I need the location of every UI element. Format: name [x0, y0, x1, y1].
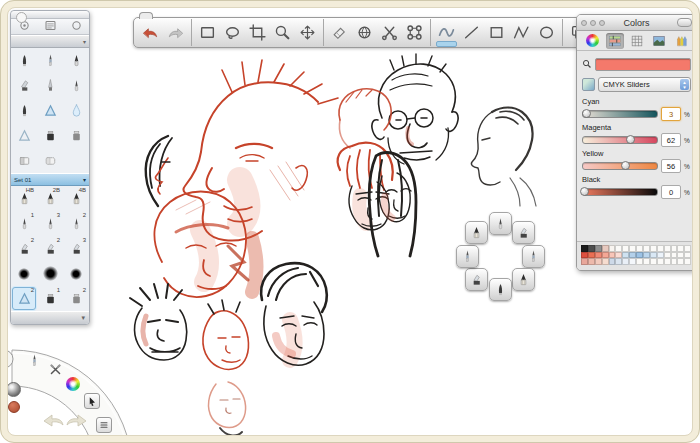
- brush-pen-fine[interactable]: [63, 73, 89, 98]
- close-button[interactable]: [581, 20, 587, 26]
- slider-track-yellow[interactable]: [582, 162, 658, 170]
- brush-pen-fine[interactable]: 3: [37, 211, 63, 236]
- color-swatch[interactable]: [636, 258, 643, 265]
- colors-titlebar[interactable]: Colors: [577, 15, 696, 31]
- color-swatch[interactable]: [595, 258, 602, 265]
- brush-marker-chisel[interactable]: 2: [11, 236, 37, 261]
- slider-track-magenta[interactable]: [582, 136, 658, 144]
- panel-handle[interactable]: [11, 11, 89, 19]
- color-ball-widget[interactable]: [6, 382, 21, 397]
- brush-pen-nib[interactable]: [11, 48, 37, 73]
- brush-pen-fine[interactable]: 1: [11, 211, 37, 236]
- brush-pencil[interactable]: HB: [11, 186, 37, 211]
- brush-triangle-fill[interactable]: 2: [11, 286, 37, 311]
- ring-brush-paintbrush[interactable]: [522, 245, 545, 268]
- brush-marker-dark[interactable]: [37, 123, 63, 148]
- slider-thumb[interactable]: [626, 135, 635, 144]
- colors-tab-crayons[interactable]: [672, 33, 690, 49]
- brush-pencil[interactable]: 2B: [37, 186, 63, 211]
- color-swatch[interactable]: [609, 258, 616, 265]
- brush-group-bar[interactable]: ▾: [11, 35, 89, 48]
- brush-marker-angle[interactable]: [11, 73, 37, 98]
- brush-triangle-outline[interactable]: [11, 123, 37, 148]
- ring-brush-pencil[interactable]: [512, 268, 535, 291]
- colors-tab-palettes[interactable]: [628, 33, 646, 49]
- slider-track-cyan[interactable]: [582, 110, 658, 118]
- curve-button[interactable]: [434, 20, 459, 45]
- lagoon-brush-x-icon[interactable]: [49, 363, 62, 376]
- color-swatch[interactable]: [664, 258, 671, 265]
- colors-tab-color-wheel[interactable]: [584, 33, 602, 49]
- panel-list-icon[interactable]: [44, 18, 57, 36]
- brush-pen[interactable]: [63, 48, 89, 73]
- lagoon-color-wheel-icon[interactable]: [66, 377, 80, 391]
- brush-pen-nib[interactable]: [11, 98, 37, 123]
- command-button[interactable]: [402, 20, 427, 45]
- slider-value-field[interactable]: 62: [661, 133, 681, 147]
- slider-value-field[interactable]: 0: [661, 185, 681, 199]
- brush-marker-chisel[interactable]: 2: [37, 236, 63, 261]
- zoom-button[interactable]: [599, 20, 605, 26]
- brush-pencil[interactable]: 4B: [63, 186, 89, 211]
- lagoon-brush-icon[interactable]: [27, 353, 42, 368]
- brush-marker-gray[interactable]: 2: [63, 286, 89, 311]
- distort-button[interactable]: [352, 20, 377, 45]
- circle-icon[interactable]: [70, 18, 83, 36]
- line-button[interactable]: [459, 20, 484, 45]
- toolbar-handle[interactable]: [139, 12, 153, 19]
- color-swatch[interactable]: [602, 258, 609, 265]
- brush-eraser-hard[interactable]: [11, 148, 37, 173]
- scissors-button[interactable]: [377, 20, 402, 45]
- panel-footer-bar[interactable]: ▾: [11, 311, 89, 324]
- color-swatch[interactable]: [643, 258, 650, 265]
- brush-soft-round[interactable]: [63, 261, 89, 286]
- slider-thumb[interactable]: [582, 109, 591, 118]
- brush-soft-round-lg[interactable]: [37, 261, 63, 286]
- brush-soft-round[interactable]: [11, 261, 37, 286]
- brush-eraser-soft[interactable]: [37, 148, 63, 173]
- color-swatch[interactable]: [588, 258, 595, 265]
- color-swatch[interactable]: [657, 258, 664, 265]
- ring-brush-marker-chisel[interactable]: [512, 221, 535, 244]
- slider-thumb[interactable]: [580, 187, 589, 196]
- colors-tab-sliders[interactable]: [606, 33, 624, 49]
- color-swatch[interactable]: [650, 258, 657, 265]
- redo-arrow-button[interactable]: [163, 20, 188, 45]
- zoom-button[interactable]: [270, 20, 295, 45]
- brush-airbrush[interactable]: [37, 73, 63, 98]
- eraser-button[interactable]: [327, 20, 352, 45]
- lagoon-list-button[interactable]: [96, 417, 112, 433]
- brush-marker-dark[interactable]: 1: [37, 286, 63, 311]
- crop-button[interactable]: [245, 20, 270, 45]
- color-profile-icon[interactable]: [582, 78, 595, 91]
- brush-triangle-fill[interactable]: [37, 98, 63, 123]
- slider-value-field[interactable]: 3: [661, 107, 681, 121]
- color-swatch[interactable]: [677, 258, 684, 265]
- ring-brush-pen-nib[interactable]: [489, 278, 512, 301]
- shape-ellipse-button[interactable]: [534, 20, 559, 45]
- polyline-button[interactable]: [509, 20, 534, 45]
- color-swatch[interactable]: [629, 258, 636, 265]
- brush-marker-gray[interactable]: [63, 123, 89, 148]
- slider-value-field[interactable]: 56: [661, 159, 681, 173]
- slider-thumb[interactable]: [621, 161, 630, 170]
- brush-pen-fine[interactable]: 2: [63, 211, 89, 236]
- undo-arrow-button[interactable]: [138, 20, 163, 45]
- toolbar-toggle-button[interactable]: [677, 18, 692, 27]
- color-swatch[interactable]: [671, 258, 678, 265]
- brush-paintbrush[interactable]: [37, 48, 63, 73]
- cmyk-sliders-dropdown[interactable]: CMYK Sliders ▲▼: [598, 77, 691, 92]
- color-swatch[interactable]: [622, 258, 629, 265]
- color-swatch[interactable]: [615, 258, 622, 265]
- ring-brush-pen-fine[interactable]: [489, 212, 512, 235]
- marquee-rect-button[interactable]: [195, 20, 220, 45]
- current-color-swatch[interactable]: [595, 58, 691, 71]
- brush-droplet[interactable]: [63, 98, 89, 123]
- brush-group-bar[interactable]: Set 01▾: [11, 173, 89, 186]
- minimize-button[interactable]: [590, 20, 596, 26]
- brush-marker-chisel[interactable]: 3: [63, 236, 89, 261]
- ring-brush-paintbrush[interactable]: [456, 245, 479, 268]
- ring-brush-pencil[interactable]: [465, 221, 488, 244]
- color-swatch[interactable]: [684, 258, 691, 265]
- slider-track-black[interactable]: [582, 188, 658, 196]
